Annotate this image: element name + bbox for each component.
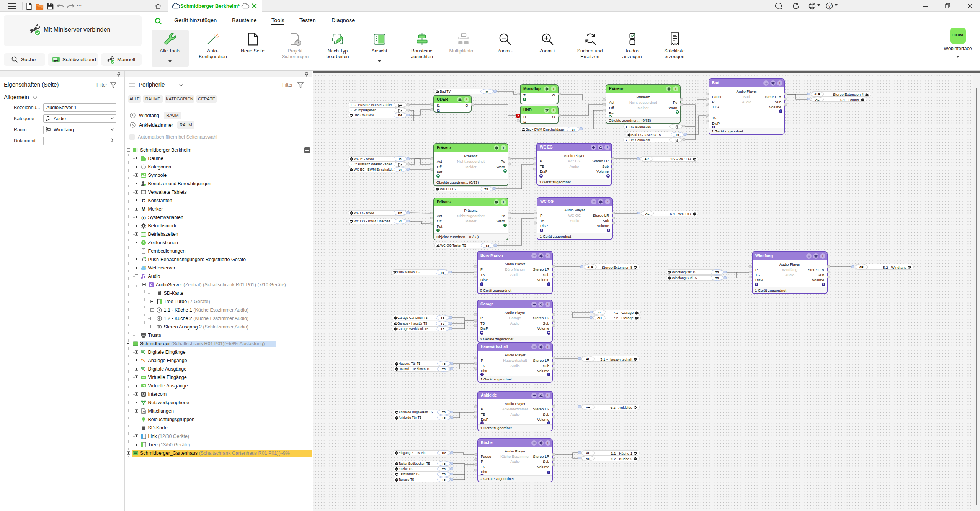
svg-text:C: C (142, 198, 145, 203)
svg-text:?: ? (828, 4, 830, 8)
svg-text:M: M (141, 206, 145, 212)
svg-text:LOG: LOG (142, 411, 145, 413)
svg-text:(x): (x) (141, 216, 146, 220)
